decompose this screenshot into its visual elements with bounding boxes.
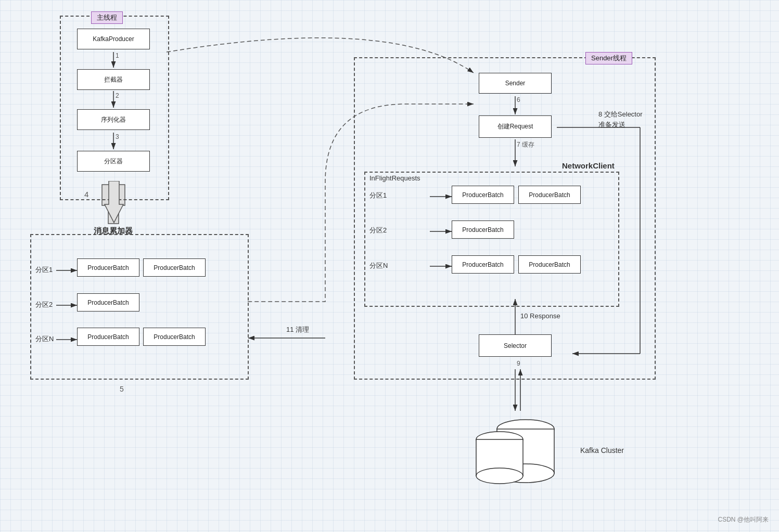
step6-label: 6 bbox=[517, 96, 520, 103]
right-partition2-label: 分区2 bbox=[369, 226, 387, 235]
step2-label: 2 bbox=[116, 92, 119, 99]
serializer-box: 序列化器 bbox=[77, 109, 150, 130]
step7-label: 7 缓存 bbox=[517, 140, 534, 149]
step3-label: 3 bbox=[116, 133, 119, 140]
interceptor-box: 拦截器 bbox=[77, 69, 150, 90]
kafka-producer-box: KafkaProducer bbox=[77, 29, 150, 49]
inflight-label: InFlightRequests bbox=[369, 174, 420, 182]
accumulator-box bbox=[30, 234, 249, 380]
step1-label: 1 bbox=[116, 52, 119, 59]
create-request-box: 创建Request bbox=[479, 115, 552, 138]
right-pb1a: ProducerBatch bbox=[452, 186, 514, 204]
sender-thread-label: Sender线程 bbox=[585, 52, 632, 64]
network-client-label: NetworkClient bbox=[562, 161, 615, 170]
svg-point-28 bbox=[476, 468, 523, 484]
step4-label: 4 bbox=[84, 190, 88, 199]
step11-label: 11 清理 bbox=[286, 325, 309, 334]
right-partitionN-label: 分区N bbox=[369, 261, 388, 270]
main-thread-label: 主线程 bbox=[91, 11, 123, 24]
diagram: 主线程 KafkaProducer 1 拦截器 2 序列化器 3 分区器 4 消… bbox=[0, 0, 779, 532]
left-pb1b: ProducerBatch bbox=[143, 258, 206, 277]
step4-arrow bbox=[100, 181, 127, 228]
left-pb1a: ProducerBatch bbox=[77, 258, 139, 277]
left-partitionN-label: 分区N bbox=[35, 334, 54, 344]
kafka-cluster-svg bbox=[453, 411, 578, 499]
step5-label: 5 bbox=[120, 385, 124, 393]
sender-box: Sender bbox=[479, 73, 552, 94]
step8-label: 8 交给Selector准备发送 bbox=[598, 109, 643, 129]
step9-label: 9 bbox=[517, 360, 520, 367]
footer: CSDN @他叫阿来 bbox=[718, 515, 769, 524]
kafka-cluster-label: Kafka Cluster bbox=[580, 446, 624, 455]
right-pb1b: ProducerBatch bbox=[518, 186, 581, 204]
left-partition2-label: 分区2 bbox=[35, 300, 53, 309]
step10-label: 10 Response bbox=[520, 312, 560, 320]
left-pbNb: ProducerBatch bbox=[143, 328, 206, 346]
selector-box: Selector bbox=[479, 334, 552, 357]
left-pb2a: ProducerBatch bbox=[77, 293, 139, 312]
left-pbNa: ProducerBatch bbox=[77, 328, 139, 346]
left-partition1-label: 分区1 bbox=[35, 265, 53, 275]
right-pb2a: ProducerBatch bbox=[452, 220, 514, 239]
partitioner-box: 分区器 bbox=[77, 151, 150, 172]
accumulator-label: 消息累加器 bbox=[94, 226, 133, 236]
svg-marker-22 bbox=[105, 181, 123, 223]
right-pbNa: ProducerBatch bbox=[452, 255, 514, 274]
right-pbNb: ProducerBatch bbox=[518, 255, 581, 274]
right-partition1-label: 分区1 bbox=[369, 191, 387, 200]
